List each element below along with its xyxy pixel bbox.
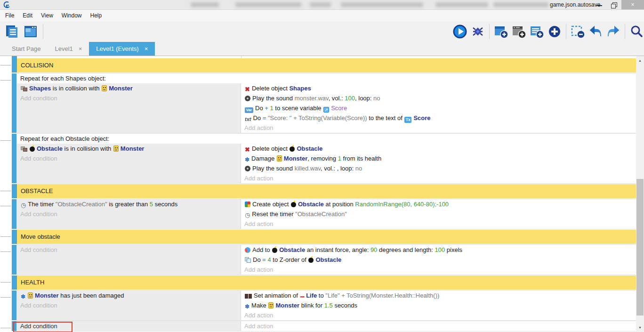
event-drag-handle[interactable] [12, 291, 17, 320]
action-line[interactable]: ◷Reset the timer "ObstacleCreation" [241, 209, 636, 219]
redacted-title-segment [191, 2, 219, 7]
condition-line[interactable]: Shapes is in collision with Monster [17, 83, 241, 93]
event-group-row[interactable]: COLLISION [12, 58, 636, 73]
scroll-up-arrow[interactable]: ▲ [636, 57, 644, 65]
event-row[interactable]: Add conditionAdd action [12, 321, 636, 331]
action-line[interactable]: ✖Delete object Obstacle [241, 144, 636, 154]
add-action-button[interactable]: Add action [241, 265, 636, 275]
conditions-column: ◷The timer "ObstacleCreation" is greater… [17, 199, 241, 229]
close-button[interactable]: × [621, 0, 644, 9]
add-action-button[interactable]: Add action [241, 310, 636, 320]
add-special-event-button[interactable] [547, 24, 563, 40]
actions-column: ✖Delete object ShapesPlay the sound mons… [241, 83, 636, 133]
action-line[interactable]: ✖Delete object Shapes [241, 83, 636, 93]
scene-editor-button[interactable] [23, 24, 39, 40]
event-group-header[interactable]: HEALTH [17, 275, 636, 290]
event-drag-handle[interactable] [12, 230, 17, 244]
add-subevent-button[interactable] [511, 24, 527, 40]
event-foreach-header[interactable]: Repeat for each Obstacle object: [17, 134, 636, 144]
add-event-button[interactable] [493, 24, 509, 40]
menu-edit[interactable]: Edit [18, 10, 37, 21]
event-row[interactable]: Repeat for each Obstacle object:Obstacle… [12, 134, 636, 183]
event-group-header[interactable]: Move obstacle [17, 230, 636, 244]
add-condition-button[interactable]: Add condition [17, 300, 241, 310]
redo-button[interactable] [605, 24, 621, 40]
action-line[interactable]: Add to Obstacle an instant force, angle:… [241, 245, 636, 255]
event-group-row[interactable]: OBSTACLE [12, 184, 636, 198]
remove-event-button[interactable] [570, 24, 586, 40]
event-drag-handle[interactable] [12, 199, 17, 229]
menu-window[interactable]: Window [57, 10, 86, 21]
event-drag-handle[interactable] [12, 134, 17, 183]
debug-button[interactable] [470, 24, 486, 40]
action-line[interactable]: Do = 4 to Z-order of Obstacle [241, 255, 636, 265]
add-condition-button[interactable]: Add condition [17, 245, 241, 255]
undo-button[interactable] [588, 24, 604, 40]
scrollbar-thumb[interactable] [636, 179, 644, 316]
add-action-button[interactable]: Add action [241, 173, 636, 183]
event-drag-handle[interactable] [12, 275, 17, 290]
event-row[interactable]: Repeat for each Shapes object:Shapes is … [12, 73, 636, 133]
vertical-scrollbar[interactable]: ▲ ▼ [636, 56, 644, 332]
action-line[interactable]: ✽Damage Monster, removing 1 from its hea… [241, 154, 636, 163]
close-icon[interactable]: × [79, 45, 82, 52]
event-drag-handle[interactable] [12, 245, 17, 275]
event-foreach-header[interactable]: Repeat for each Shapes object: [17, 73, 636, 83]
condition-line[interactable]: Obstacle is in collision with Monster [17, 144, 241, 154]
event-group-row[interactable]: Move obstacle [12, 230, 636, 244]
text-segment: "ObstacleCreation" [295, 211, 347, 218]
close-icon[interactable]: × [145, 45, 148, 52]
event-drag-handle[interactable] [12, 73, 17, 133]
minimize-button[interactable] [592, 0, 606, 9]
tab-start-page[interactable]: Start Page [5, 42, 48, 56]
add-action-button[interactable]: Add action [241, 219, 636, 229]
menu-view[interactable]: View [37, 10, 57, 21]
event-group-header[interactable]: COLLISION [17, 58, 636, 73]
preview-button[interactable] [452, 24, 468, 40]
project-manager-button[interactable] [4, 24, 20, 40]
add-action-button[interactable]: Add action [241, 321, 636, 331]
actions-column: Add to Obstacle an instant force, angle:… [241, 245, 636, 275]
event-row[interactable]: ✽Monster has just been damagedAdd condit… [12, 291, 636, 320]
action-line[interactable]: Play the sound killed.wav, vol.: , loop:… [241, 163, 636, 173]
event-drag-handle[interactable] [12, 58, 17, 73]
condition-line[interactable]: ◷The timer "ObstacleCreation" is greater… [17, 199, 241, 209]
menu-file[interactable]: File [1, 10, 18, 21]
action-line[interactable]: ✽Make Monster blink for 1.5 seconds [241, 300, 636, 310]
object-name: Monster [121, 145, 145, 152]
text-segment: Add condition [20, 302, 57, 309]
text-segment: Add condition [20, 246, 57, 253]
event-row[interactable]: ◷The timer "ObstacleCreation" is greater… [12, 199, 636, 229]
event-drag-handle[interactable] [12, 321, 17, 331]
action-line[interactable]: Play the sound monster.wav, vol.: 100, l… [241, 93, 636, 103]
action-line[interactable]: txtDo = "Score: " + ToString(Variable(Sc… [241, 113, 636, 123]
redacted-title-segment [435, 2, 488, 7]
event-drag-handle[interactable] [12, 184, 17, 198]
action-line[interactable]: Set animation of •••Life to "Life" + ToS… [241, 291, 636, 300]
event-group-header[interactable]: OBSTACLE [17, 184, 636, 198]
gutter-tick [0, 80, 11, 81]
event-group-row[interactable]: HEALTH [12, 275, 636, 290]
action-line[interactable]: VarDo + 1 to scene variable ↗Score [241, 103, 636, 113]
add-condition-button[interactable]: Add condition [17, 93, 241, 103]
add-condition-button[interactable]: Add condition [17, 154, 241, 163]
event-row[interactable]: Add conditionAdd to Obstacle an instant … [12, 245, 636, 275]
search-button[interactable] [628, 24, 644, 40]
add-condition-button[interactable]: Add condition [17, 321, 241, 331]
menu-help[interactable]: Help [86, 10, 106, 21]
tab-level1-events[interactable]: Level1 (Events) × [89, 42, 155, 56]
action-line[interactable]: Create object Obstacle at position Rando… [241, 199, 636, 209]
add-action-button[interactable]: Add action [241, 123, 636, 133]
text-segment: 1.5 [324, 302, 333, 309]
gdevelop-logo-icon [3, 1, 10, 8]
tab-level1[interactable]: Level1 × [48, 42, 89, 56]
scroll-down-arrow[interactable]: ▼ [636, 324, 644, 332]
gutter-tick [0, 328, 11, 328]
text-segment: 1 [338, 155, 341, 162]
condition-line[interactable]: ✽Monster has just been damaged [17, 291, 241, 300]
add-comment-button[interactable] [529, 24, 545, 40]
restore-button[interactable] [607, 0, 621, 9]
timer-icon: ◷ [21, 200, 26, 209]
add-condition-button[interactable]: Add condition [17, 209, 241, 219]
object-name: Monster [275, 302, 299, 309]
